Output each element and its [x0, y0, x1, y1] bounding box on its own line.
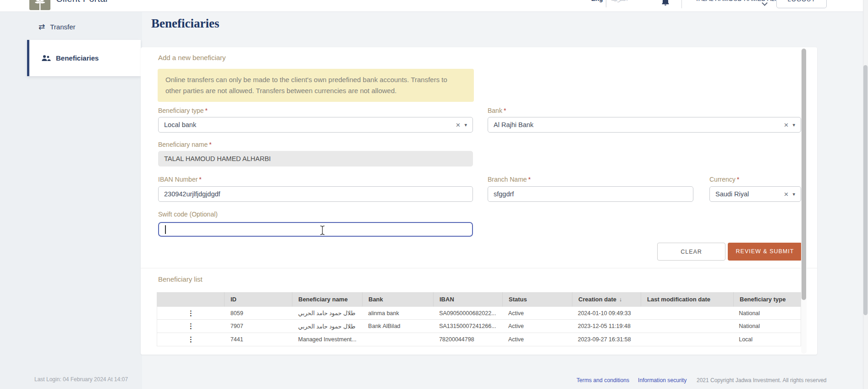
beneficiary-table: ID Beneficiary name Bank IBAN Status Cre… [157, 292, 801, 346]
bank-label: Bank* [488, 107, 506, 114]
language-toggle-arabic[interactable]: العربية [611, 0, 628, 12]
beneficiary-list-section-title: Beneficiary list [158, 275, 203, 283]
column-bank[interactable]: Bank [362, 292, 433, 306]
add-beneficiary-section-title: Add a new beneficiary [158, 54, 226, 61]
top-bar: Client Portal Eng العربية TALAL HAMOUD H… [0, 0, 868, 12]
cell-last-modification-date [641, 307, 733, 319]
cell-beneficiary-type: National [733, 307, 801, 319]
copyright-text: 2021 Copyright Jadwa Investment. All rig… [697, 377, 826, 383]
sidebar-item-label: Beneficiaries [56, 54, 99, 62]
swift-code-input[interactable] [166, 226, 467, 233]
bank-value: Al Rajhi Bank [494, 121, 533, 128]
beneficiary-name-field: TALAL HAMOUD HAMED ALHARBI [158, 151, 473, 167]
browser-scrollbar-track[interactable] [863, 0, 868, 389]
cell-status: Active [502, 307, 572, 319]
branch-name-label: Branch Name* [488, 176, 531, 183]
cell-id: 7441 [225, 333, 292, 346]
cell-creation-date: 2023-12-05 11:19:48 [572, 320, 641, 333]
transfer-arrows-icon: ⇄ [38, 23, 45, 31]
main-card: Add a new beneficiary Online transfers c… [141, 47, 817, 355]
clear-button[interactable]: CLEAR [657, 243, 725, 261]
card-scrollbar-track[interactable] [801, 48, 807, 354]
column-creation-date[interactable]: Creation date ↓ [572, 292, 641, 306]
beneficiary-type-label: Beneficiary type* [158, 107, 208, 114]
cell-bank: Bank AlBilad [362, 320, 433, 333]
review-submit-button[interactable]: REVIEW & SUBMIT [728, 243, 802, 261]
beneficiary-type-value: Local bank [164, 121, 196, 128]
divider [681, 0, 682, 8]
cell-beneficiary-name: Managed Investment... [292, 333, 363, 346]
swift-code-label: Swift code (Optional) [158, 211, 218, 218]
row-menu-icon[interactable]: ⋮ [187, 335, 194, 344]
cell-beneficiary-type: National [733, 320, 801, 333]
required-asterisk: * [504, 107, 506, 114]
iban-input[interactable] [164, 190, 467, 198]
sidebar: ⇄ Transfer Beneficiaries [0, 12, 142, 389]
clear-icon[interactable]: × [784, 190, 789, 198]
notifications-bell-icon[interactable] [662, 0, 669, 7]
section-divider [141, 268, 817, 268]
people-icon [41, 55, 51, 61]
beneficiary-type-select[interactable]: Local bank × ▾ [158, 117, 473, 133]
iban-label: IBAN Number* [158, 176, 202, 183]
cell-iban: SA09050000682022... [433, 307, 502, 319]
cell-iban: SA13150007241266... [433, 320, 502, 333]
cell-bank: alinma bank [362, 307, 433, 319]
sidebar-item-beneficiaries[interactable]: Beneficiaries [27, 40, 141, 76]
row-menu-icon[interactable]: ⋮ [187, 309, 194, 317]
required-asterisk: * [209, 141, 211, 148]
page-title: Beneficiaries [151, 17, 219, 31]
cell-id: 7907 [225, 320, 292, 333]
information-security-link[interactable]: Information security [638, 377, 687, 383]
palm-tree-icon [33, 0, 47, 10]
cell-status: Active [502, 320, 572, 333]
required-asterisk: * [528, 176, 531, 183]
language-toggle-eng[interactable]: Eng [591, 0, 603, 12]
column-id[interactable]: ID [224, 292, 292, 306]
browser-scrollbar-thumb[interactable] [863, 65, 868, 315]
terms-and-conditions-link[interactable]: Terms and conditions [577, 377, 629, 383]
cell-last-modification-date [641, 320, 733, 333]
bank-select[interactable]: Al Rajhi Bank × ▾ [488, 117, 801, 133]
company-logo [29, 0, 50, 10]
required-asterisk: * [737, 176, 739, 183]
last-login-text: Last Login: 04 February 2024 At 14:07 [34, 376, 128, 383]
currency-value: Saudi Riyal [715, 190, 749, 198]
cell-bank [362, 333, 433, 346]
required-asterisk: * [199, 176, 201, 183]
logout-button[interactable]: LOGOUT [776, 0, 827, 8]
transfer-policy-notice: Online transfers can only be made to the… [158, 69, 474, 102]
clear-icon[interactable]: × [784, 121, 789, 129]
branch-name-field-wrap [488, 186, 693, 202]
column-beneficiary-name[interactable]: Beneficiary name [292, 292, 362, 306]
chevron-down-icon[interactable]: ▾ [792, 192, 795, 197]
swift-code-field-wrap [158, 222, 473, 237]
app-title: Client Portal [56, 0, 108, 11]
column-actions [157, 292, 224, 306]
sidebar-item-label: Transfer [50, 23, 75, 31]
column-status[interactable]: Status [502, 292, 572, 306]
clear-icon[interactable]: × [456, 121, 461, 129]
sort-descending-icon: ↓ [619, 296, 622, 303]
cell-status: Active [502, 333, 572, 346]
branch-name-input[interactable] [494, 190, 687, 198]
table-row[interactable]: ⋮ 7441 Managed Investment... 78200044798… [157, 333, 801, 346]
column-iban[interactable]: IBAN [433, 292, 502, 306]
table-row[interactable]: ⋮ 7907 طلال حمود حامد الحربي Bank AlBila… [157, 320, 801, 333]
chevron-down-icon[interactable]: ▾ [792, 122, 795, 128]
required-asterisk: * [205, 107, 208, 114]
divider [606, 0, 606, 7]
currency-label: Currency* [709, 176, 739, 183]
sidebar-item-transfer[interactable]: ⇄ Transfer [0, 15, 142, 39]
row-menu-icon[interactable]: ⋮ [187, 322, 194, 330]
cell-creation-date: 2023-09-27 16:31:58 [572, 333, 641, 346]
currency-select[interactable]: Saudi Riyal × ▾ [709, 186, 801, 202]
cell-creation-date: 2024-01-10 09:49:33 [572, 307, 641, 319]
chevron-down-icon[interactable]: ▾ [464, 122, 467, 128]
column-beneficiary-type[interactable]: Beneficiary type [733, 292, 801, 306]
card-scrollbar-thumb[interactable] [802, 49, 806, 300]
cell-iban: 78200044798 [433, 333, 502, 346]
table-header-row: ID Beneficiary name Bank IBAN Status Cre… [157, 292, 801, 306]
table-row[interactable]: ⋮ 8059 طلال حمود حامد الحربي alinma bank… [157, 306, 801, 320]
column-last-modification-date[interactable]: Last modification date [641, 292, 733, 306]
